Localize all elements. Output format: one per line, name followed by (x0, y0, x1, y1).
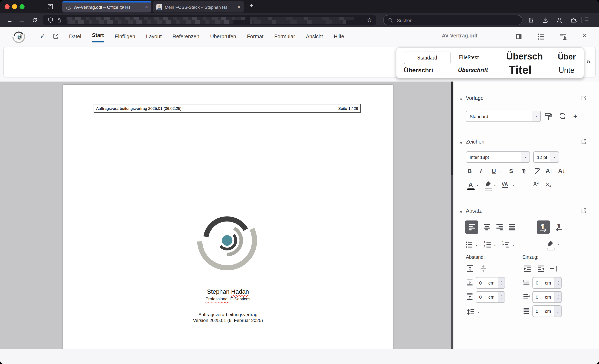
increase-spacing-icon[interactable] (466, 265, 474, 273)
sidebar-spacing-caret-icon[interactable]: ▾ (512, 184, 514, 187)
sidebar-bold-icon[interactable]: B (467, 168, 472, 174)
zeichen-dialog-icon[interactable] (581, 139, 587, 145)
sidebar-numbered-list-icon[interactable] (483, 240, 492, 249)
sidebar-underline-icon[interactable]: U (492, 168, 496, 174)
document-page[interactable]: Auftragsverarbeitungsvertrag 2025.01 (06… (63, 85, 393, 349)
tab-close-icon[interactable]: × (142, 4, 151, 10)
decrease-spacing-icon[interactable] (479, 265, 487, 273)
space-above-field[interactable]: 0 cm (476, 277, 505, 289)
absatz-collapse-icon[interactable]: ▼ (459, 210, 463, 214)
sidebar-align-right-icon[interactable] (495, 223, 504, 232)
menu-layout[interactable]: Layout (146, 32, 162, 41)
paragraph-style-combo[interactable]: Standard ▾ (466, 111, 541, 122)
sidebar-font-color-icon[interactable]: A (468, 181, 473, 188)
forward-button[interactable]: → (16, 17, 28, 24)
table-of-contents-icon[interactable] (537, 32, 545, 41)
style-ueberschrift-3[interactable]: Überschrift (458, 67, 501, 73)
indent-before-spinner[interactable] (555, 277, 561, 288)
style-fliesstext[interactable]: Fließtext (459, 54, 499, 61)
reload-button[interactable] (28, 17, 41, 23)
einzug-decrease-indent-icon[interactable] (537, 265, 545, 273)
sidebar-outline-list-icon[interactable] (502, 240, 510, 249)
sidebar-paragraph-ltr-icon[interactable] (537, 221, 550, 234)
menu-ansicht[interactable]: Ansicht (306, 32, 323, 41)
hanging-indent-icon[interactable] (549, 265, 557, 273)
style-ueberschrift-clipped[interactable]: Über (558, 53, 583, 62)
open-in-new-window-icon[interactable] (53, 33, 59, 40)
bookmark-star-icon[interactable]: ☆ (367, 17, 372, 23)
menu-ueberpruefen[interactable]: Überprüfen (210, 32, 236, 41)
doc-name-line[interactable]: Stephan Hadan (63, 288, 393, 295)
zeichen-collapse-icon[interactable]: ▼ (459, 141, 463, 145)
sidebar-bullet-list-icon[interactable] (465, 240, 473, 249)
einzug-increase-indent-icon[interactable] (523, 265, 532, 273)
space-below-field[interactable]: 0 cm (476, 291, 505, 303)
sidebar-line-spacing-icon[interactable] (467, 308, 475, 316)
page-header-table[interactable]: Auftragsverarbeitungsvertrag 2025.01 (06… (94, 104, 361, 113)
sidebar-para-background-caret-icon[interactable]: ▾ (557, 243, 559, 246)
sidebar-font-size-combo[interactable]: 12 pt ▾ (533, 151, 559, 163)
first-line-indent-spinner[interactable] (555, 306, 561, 317)
indent-after-field[interactable]: 0 cm (532, 291, 562, 303)
menu-referenzen[interactable]: Referenzen (172, 32, 199, 41)
sidebar-italic-icon[interactable]: I (480, 168, 482, 174)
absatz-dialog-icon[interactable] (581, 208, 587, 214)
sidebar-align-center-icon[interactable] (483, 223, 491, 232)
tab-overview-icon[interactable] (47, 3, 54, 10)
style-ueberschrift-1[interactable]: Übersch (506, 51, 550, 62)
library-icon[interactable] (528, 17, 535, 24)
style-standard[interactable]: Standard (404, 52, 450, 64)
style-titel[interactable]: Titel (509, 64, 550, 77)
sync-style-icon[interactable] (558, 112, 567, 120)
close-document-icon[interactable]: × (582, 31, 587, 40)
sidebar-outline-caret-icon[interactable]: ▾ (512, 244, 514, 247)
window-zoom-button[interactable] (19, 4, 25, 9)
document-saved-check-icon[interactable]: ✓ (40, 32, 45, 40)
window-close-button[interactable] (5, 4, 9, 9)
sidebar-highlight-caret-icon[interactable]: ▾ (494, 184, 496, 187)
sidebar-underline-caret-icon[interactable]: ▾ (499, 170, 501, 173)
update-style-roller-icon[interactable] (544, 112, 553, 121)
sidebar-grow-font-icon[interactable]: A↑ (546, 168, 553, 174)
new-style-plus-icon[interactable]: + (573, 113, 578, 120)
menu-hilfe[interactable]: Hilfe (334, 32, 344, 41)
vorlage-collapse-icon[interactable]: ▼ (459, 97, 463, 101)
menu-start[interactable]: Start (92, 31, 104, 43)
user-list-icon[interactable] (559, 32, 567, 41)
shield-icon[interactable] (47, 17, 54, 23)
sidebar-bullet-caret-icon[interactable]: ▾ (476, 244, 477, 247)
tab-foss-stack[interactable]: Mein FOSS-Stack – Stephan Ha × (153, 1, 244, 12)
tab-av-vertrag[interactable]: AV-Vertrag.odt – Office @ Hada × (62, 1, 151, 12)
sidebar-highlight-icon[interactable] (484, 180, 492, 188)
menu-datei[interactable]: Datei (69, 32, 81, 41)
document-canvas[interactable]: Auftragsverarbeitungsvertrag 2025.01 (06… (0, 81, 453, 349)
sidebar-font-color-caret-icon[interactable]: ▾ (477, 184, 478, 187)
account-icon[interactable] (556, 17, 563, 24)
space-above-spinner[interactable] (498, 277, 505, 288)
indent-after-spinner[interactable] (555, 292, 561, 302)
header-right-cell[interactable]: Seite 1 / 29 (227, 104, 361, 113)
menu-einfuegen[interactable]: Einfügen (115, 32, 135, 41)
sidebar-para-background-icon[interactable] (546, 240, 554, 247)
sidebar-subscript-icon[interactable]: X₂ (546, 182, 552, 187)
downloads-icon[interactable] (542, 17, 549, 24)
sidebar-align-left-icon[interactable] (465, 221, 478, 234)
sidebar-superscript-icon[interactable]: X² (533, 181, 538, 186)
style-untertitel[interactable]: Unte (559, 66, 583, 75)
sidebar-spacing-icon[interactable]: VA (502, 182, 508, 187)
sidebar-clear-formatting-icon[interactable] (533, 167, 542, 175)
browser-search-bar[interactable] (383, 15, 522, 25)
menu-formular[interactable]: Formular (274, 32, 295, 41)
new-tab-button[interactable]: + (250, 2, 254, 9)
style-ueberschrift-2[interactable]: Überschri (404, 67, 450, 74)
sidebar-toggle-icon[interactable] (515, 32, 523, 41)
window-minimize-button[interactable] (12, 4, 17, 9)
sidebar-numbered-caret-icon[interactable]: ▾ (494, 244, 496, 247)
space-below-spinner[interactable] (498, 292, 505, 302)
sidebar-line-spacing-caret-icon[interactable]: ▾ (477, 311, 479, 314)
vorlage-dialog-icon[interactable] (581, 95, 587, 101)
extensions-puzzle-icon[interactable] (570, 17, 577, 24)
tab-close-icon[interactable]: × (234, 4, 244, 10)
menu-format[interactable]: Format (247, 32, 263, 41)
app-menu-hamburger-icon[interactable]: ≡ (585, 15, 589, 23)
